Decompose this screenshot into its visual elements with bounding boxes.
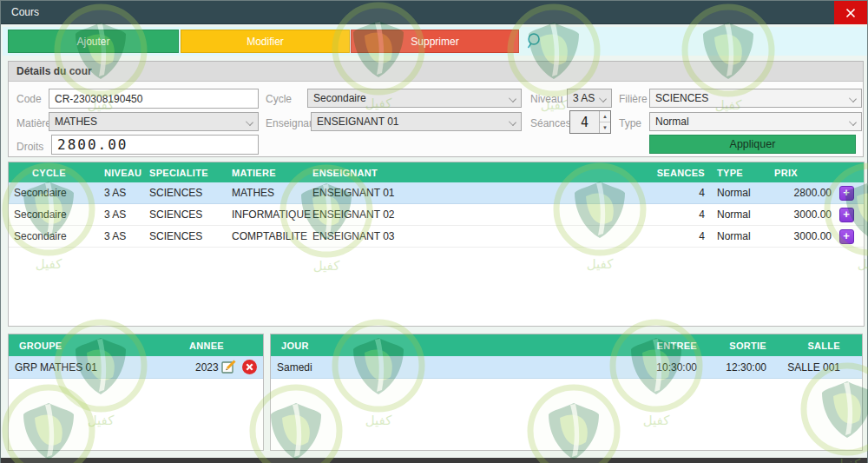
group-row[interactable]: GRP MATHES 01 2023 <box>9 356 263 379</box>
add-session-button[interactable]: + <box>839 208 854 222</box>
cycle-label: Cycle <box>266 93 292 105</box>
delete-group-button[interactable] <box>241 359 258 375</box>
col-cycle[interactable]: CYCLE <box>9 168 104 178</box>
delete-button[interactable]: Supprimer <box>351 30 519 53</box>
niveau-select[interactable]: 3 AS <box>567 89 612 108</box>
col-type[interactable]: TYPE <box>708 168 762 178</box>
edit-group-button[interactable] <box>220 359 237 375</box>
col-niveau[interactable]: NIVEAU <box>104 168 149 178</box>
search-button[interactable] <box>526 32 543 50</box>
matiere-select[interactable]: MATHES <box>49 112 259 131</box>
enseignant-select[interactable]: ENSEIGNANT 01 <box>311 112 522 131</box>
app-window: Cours Ajouter Modifier Supprimer Détails… <box>0 0 868 463</box>
col-matiere[interactable]: MATIERE <box>232 168 312 178</box>
col-groupe[interactable]: GROUPE <box>9 341 176 351</box>
add-button[interactable]: Ajouter <box>8 30 179 53</box>
spin-down-icon[interactable]: ▼ <box>600 122 610 133</box>
table-row[interactable]: Secondaire 3 AS SCIENCES INFORMATIQUE EN… <box>9 204 864 226</box>
chevron-down-icon <box>599 95 607 103</box>
delete-circle-x-icon <box>241 359 258 375</box>
table-row[interactable]: Secondaire 3 AS SCIENCES COMPTABILITE EN… <box>9 226 864 248</box>
add-session-button[interactable]: + <box>839 186 854 201</box>
code-input[interactable] <box>49 89 259 109</box>
type-select[interactable]: Normal <box>649 112 862 131</box>
type-label: Type <box>619 117 641 129</box>
edit-pencil-icon <box>220 359 237 375</box>
groups-table-header: GROUPE ANNEE <box>9 334 263 356</box>
edit-button[interactable]: Modifier <box>181 30 350 53</box>
filiere-select[interactable]: SCIENCES <box>649 89 862 108</box>
col-sortie[interactable]: SORTIE <box>697 341 766 351</box>
niveau-label: Niveau <box>530 93 562 105</box>
title-bar: Cours <box>1 1 867 24</box>
chevron-down-icon <box>246 118 253 126</box>
window-bottom-edge <box>1 458 867 463</box>
seances-value: 4 <box>570 111 599 133</box>
add-session-button[interactable]: + <box>839 229 854 244</box>
close-button[interactable] <box>834 1 867 24</box>
details-groupbox-header: Détails du cour <box>9 62 863 82</box>
groups-table: GROUPE ANNEE GRP MATHES 01 2023 <box>8 334 264 451</box>
col-jour[interactable]: JOUR <box>271 341 615 351</box>
col-specialite[interactable]: SPECIALITE <box>149 168 232 178</box>
filiere-label: Filière <box>619 93 648 105</box>
chevron-down-icon <box>509 95 516 103</box>
seances-stepper[interactable]: 4 ▲ ▼ <box>569 110 611 134</box>
courses-table: CYCLE NIVEAU SPECIALITE MATIERE ENSEIGNA… <box>8 162 865 327</box>
col-seances[interactable]: SEANCES <box>512 168 708 178</box>
col-prix[interactable]: PRIX <box>762 168 832 178</box>
details-title: Détails du cour <box>16 65 92 77</box>
chevron-down-icon <box>849 95 857 103</box>
col-salle[interactable]: SALLE <box>766 341 862 351</box>
droits-input[interactable] <box>51 135 259 155</box>
table-row[interactable]: Secondaire 3 AS SCIENCES MATHES ENSEIGNA… <box>9 182 864 204</box>
chevron-down-icon <box>509 118 516 126</box>
spin-up-icon[interactable]: ▲ <box>600 111 610 122</box>
seances-label: Séances <box>530 117 571 129</box>
col-enseignant[interactable]: ENSEIGNANT <box>312 168 512 178</box>
cycle-select[interactable]: Secondaire <box>307 89 522 108</box>
search-icon <box>526 32 543 50</box>
courses-table-header: CYCLE NIVEAU SPECIALITE MATIERE ENSEIGNA… <box>9 162 864 182</box>
close-icon <box>845 8 856 18</box>
code-label: Code <box>16 93 42 105</box>
schedule-row[interactable]: Samedi 10:30:00 12:30:00 SALLE 001 <box>271 356 862 379</box>
schedule-table-header: JOUR ENTREE SORTIE SALLE <box>271 334 862 356</box>
droits-label: Droits <box>16 141 43 153</box>
chevron-down-icon <box>849 118 857 126</box>
window-title: Cours <box>11 6 39 18</box>
matiere-label: Matière <box>16 117 51 129</box>
col-annee[interactable]: ANNEE <box>176 341 263 351</box>
toolbar: Ajouter Modifier Supprimer <box>3 27 867 56</box>
apply-button[interactable]: Appliquer <box>649 135 856 154</box>
col-entree[interactable]: ENTREE <box>615 341 697 351</box>
schedule-table: JOUR ENTREE SORTIE SALLE Samedi 10:30:00… <box>270 334 863 451</box>
